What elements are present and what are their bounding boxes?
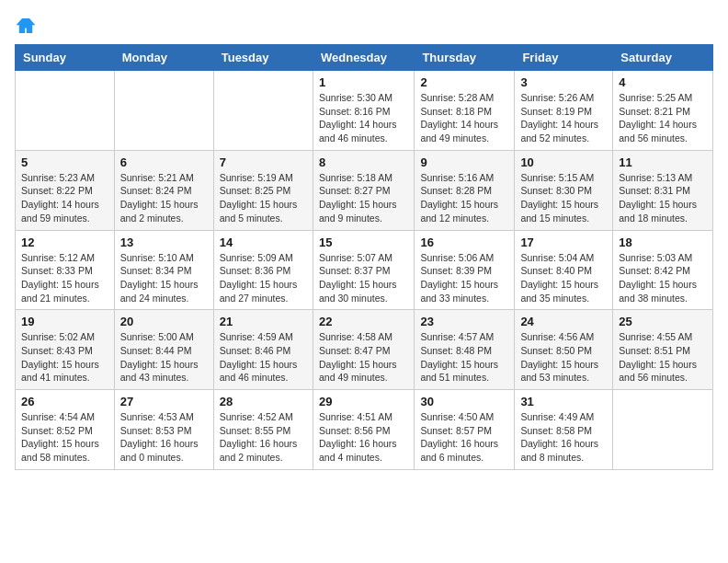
weekday-header-sunday: Sunday [16,45,115,71]
day-info: Sunrise: 4:59 AM Sunset: 8:46 PM Dayligh… [220,330,307,385]
logo [15,15,40,37]
day-number: 14 [220,236,307,249]
day-info: Sunrise: 5:12 AM Sunset: 8:33 PM Dayligh… [21,251,108,305]
calendar-cell: 16Sunrise: 5:06 AM Sunset: 8:39 PM Dayli… [415,230,515,310]
day-info: Sunrise: 5:16 AM Sunset: 8:28 PM Dayligh… [420,171,508,225]
day-info: Sunrise: 4:58 AM Sunset: 8:47 PM Dayligh… [319,330,408,385]
weekday-header-saturday: Saturday [613,45,713,71]
day-info: Sunrise: 5:25 AM Sunset: 8:21 PM Dayligh… [619,91,707,145]
week-row-3: 12Sunrise: 5:12 AM Sunset: 8:33 PM Dayli… [16,230,713,310]
day-info: Sunrise: 4:55 AM Sunset: 8:51 PM Dayligh… [619,330,707,385]
day-number: 20 [120,315,208,328]
calendar-cell: 20Sunrise: 5:00 AM Sunset: 8:44 PM Dayli… [114,310,213,390]
calendar-cell: 6Sunrise: 5:21 AM Sunset: 8:24 PM Daylig… [114,150,213,230]
calendar-cell: 30Sunrise: 4:50 AM Sunset: 8:57 PM Dayli… [415,390,515,470]
calendar-cell: 1Sunrise: 5:30 AM Sunset: 8:16 PM Daylig… [313,71,414,151]
day-number: 24 [520,315,607,328]
day-number: 25 [619,315,707,328]
calendar-cell: 4Sunrise: 5:25 AM Sunset: 8:21 PM Daylig… [613,71,713,151]
calendar-cell: 21Sunrise: 4:59 AM Sunset: 8:46 PM Dayli… [213,310,313,390]
weekday-header-monday: Monday [114,45,213,71]
weekday-header-row: SundayMondayTuesdayWednesdayThursdayFrid… [16,45,713,71]
day-info: Sunrise: 5:15 AM Sunset: 8:30 PM Dayligh… [520,171,607,225]
weekday-header-wednesday: Wednesday [313,45,414,71]
day-info: Sunrise: 5:21 AM Sunset: 8:24 PM Dayligh… [120,171,208,225]
day-number: 11 [619,155,707,169]
day-number: 23 [420,315,508,328]
weekday-header-thursday: Thursday [415,45,515,71]
day-info: Sunrise: 5:28 AM Sunset: 8:18 PM Dayligh… [420,91,508,145]
day-number: 7 [220,155,307,169]
calendar-cell: 11Sunrise: 5:13 AM Sunset: 8:31 PM Dayli… [613,150,713,230]
calendar-cell: 3Sunrise: 5:26 AM Sunset: 8:19 PM Daylig… [515,71,613,151]
day-info: Sunrise: 5:26 AM Sunset: 8:19 PM Dayligh… [520,91,607,145]
day-info: Sunrise: 5:06 AM Sunset: 8:39 PM Dayligh… [420,251,508,305]
day-number: 29 [319,395,408,408]
day-number: 4 [619,75,707,89]
calendar-cell: 25Sunrise: 4:55 AM Sunset: 8:51 PM Dayli… [613,310,713,390]
day-info: Sunrise: 5:03 AM Sunset: 8:42 PM Dayligh… [619,251,707,305]
calendar-cell [16,71,115,151]
calendar-cell: 29Sunrise: 4:51 AM Sunset: 8:56 PM Dayli… [313,390,414,470]
calendar-cell: 19Sunrise: 5:02 AM Sunset: 8:43 PM Dayli… [16,310,115,390]
day-number: 30 [420,395,508,408]
week-row-2: 5Sunrise: 5:23 AM Sunset: 8:22 PM Daylig… [16,150,713,230]
week-row-5: 26Sunrise: 4:54 AM Sunset: 8:52 PM Dayli… [16,390,713,470]
calendar-cell: 10Sunrise: 5:15 AM Sunset: 8:30 PM Dayli… [515,150,613,230]
calendar-cell: 27Sunrise: 4:53 AM Sunset: 8:53 PM Dayli… [114,390,213,470]
calendar-cell: 12Sunrise: 5:12 AM Sunset: 8:33 PM Dayli… [16,230,115,310]
day-number: 5 [21,155,108,169]
calendar-cell: 2Sunrise: 5:28 AM Sunset: 8:18 PM Daylig… [415,71,515,151]
day-number: 16 [420,236,508,249]
calendar-cell: 5Sunrise: 5:23 AM Sunset: 8:22 PM Daylig… [16,150,115,230]
calendar-cell: 17Sunrise: 5:04 AM Sunset: 8:40 PM Dayli… [515,230,613,310]
day-info: Sunrise: 5:07 AM Sunset: 8:37 PM Dayligh… [319,251,408,305]
logo-icon [15,15,37,37]
day-info: Sunrise: 5:23 AM Sunset: 8:22 PM Dayligh… [21,171,108,225]
day-number: 19 [21,315,108,328]
day-number: 15 [319,236,408,249]
calendar-cell: 24Sunrise: 4:56 AM Sunset: 8:50 PM Dayli… [515,310,613,390]
calendar-cell: 23Sunrise: 4:57 AM Sunset: 8:48 PM Dayli… [415,310,515,390]
day-info: Sunrise: 4:53 AM Sunset: 8:53 PM Dayligh… [120,410,208,465]
calendar-cell: 31Sunrise: 4:49 AM Sunset: 8:58 PM Dayli… [515,390,613,470]
day-number: 6 [120,155,208,169]
day-info: Sunrise: 5:00 AM Sunset: 8:44 PM Dayligh… [120,330,208,385]
day-info: Sunrise: 4:54 AM Sunset: 8:52 PM Dayligh… [21,410,108,465]
day-number: 3 [520,75,607,89]
day-info: Sunrise: 5:09 AM Sunset: 8:36 PM Dayligh… [220,251,307,305]
day-info: Sunrise: 4:56 AM Sunset: 8:50 PM Dayligh… [520,330,607,385]
day-number: 21 [220,315,307,328]
svg-marker-0 [17,18,36,33]
week-row-4: 19Sunrise: 5:02 AM Sunset: 8:43 PM Dayli… [16,310,713,390]
day-number: 22 [319,315,408,328]
calendar-cell: 8Sunrise: 5:18 AM Sunset: 8:27 PM Daylig… [313,150,414,230]
day-number: 1 [319,75,408,89]
day-info: Sunrise: 4:50 AM Sunset: 8:57 PM Dayligh… [420,410,508,465]
weekday-header-friday: Friday [515,45,613,71]
day-info: Sunrise: 4:51 AM Sunset: 8:56 PM Dayligh… [319,410,408,465]
day-info: Sunrise: 5:18 AM Sunset: 8:27 PM Dayligh… [319,171,408,225]
day-number: 18 [619,236,707,249]
page-header [15,15,713,37]
day-info: Sunrise: 5:04 AM Sunset: 8:40 PM Dayligh… [520,251,607,305]
day-info: Sunrise: 5:13 AM Sunset: 8:31 PM Dayligh… [619,171,707,225]
day-info: Sunrise: 4:49 AM Sunset: 8:58 PM Dayligh… [520,410,607,465]
day-number: 9 [420,155,508,169]
calendar-cell [613,390,713,470]
calendar-cell: 15Sunrise: 5:07 AM Sunset: 8:37 PM Dayli… [313,230,414,310]
calendar-cell: 22Sunrise: 4:58 AM Sunset: 8:47 PM Dayli… [313,310,414,390]
day-number: 2 [420,75,508,89]
day-number: 28 [220,395,307,408]
day-number: 17 [520,236,607,249]
weekday-header-tuesday: Tuesday [213,45,313,71]
day-number: 26 [21,395,108,408]
calendar: SundayMondayTuesdayWednesdayThursdayFrid… [15,44,713,470]
day-info: Sunrise: 4:52 AM Sunset: 8:55 PM Dayligh… [220,410,307,465]
calendar-cell: 13Sunrise: 5:10 AM Sunset: 8:34 PM Dayli… [114,230,213,310]
day-number: 10 [520,155,607,169]
day-number: 12 [21,236,108,249]
day-info: Sunrise: 5:19 AM Sunset: 8:25 PM Dayligh… [220,171,307,225]
day-info: Sunrise: 5:10 AM Sunset: 8:34 PM Dayligh… [120,251,208,305]
calendar-cell: 26Sunrise: 4:54 AM Sunset: 8:52 PM Dayli… [16,390,115,470]
